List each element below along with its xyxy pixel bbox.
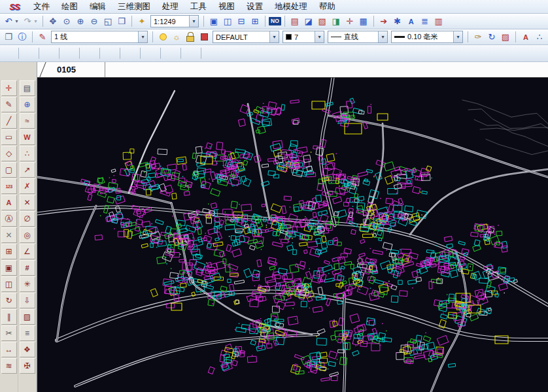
symbol-library-icon[interactable]: ▤ bbox=[288, 15, 301, 28]
menu-view[interactable]: 视图 bbox=[213, 0, 241, 14]
zoom-in-icon[interactable]: ⊕ bbox=[74, 15, 87, 28]
cross-tool-icon[interactable]: ✗ bbox=[20, 178, 35, 194]
zoom-window-icon[interactable]: ◱ bbox=[101, 15, 114, 28]
point-style-icon[interactable]: ∴ bbox=[533, 31, 546, 44]
star-tool-icon[interactable]: ✳ bbox=[20, 276, 35, 292]
menu-residential[interactable] bbox=[103, 47, 116, 60]
layer-on-icon[interactable] bbox=[156, 31, 169, 44]
text-ab-icon[interactable]: A bbox=[405, 15, 418, 28]
rect-tool-icon[interactable]: ▭ bbox=[1, 129, 17, 145]
undo-dropdown-icon[interactable]: ▾ bbox=[14, 15, 20, 28]
list-tool-icon[interactable]: ≡ bbox=[20, 325, 35, 341]
menu-platform-common[interactable] bbox=[43, 47, 56, 60]
vector-tool-icon[interactable]: ↗ bbox=[20, 162, 35, 178]
layer-freeze-icon[interactable]: ☼ bbox=[170, 31, 183, 44]
w-tool-icon[interactable]: W bbox=[20, 129, 35, 145]
viewport-4-icon[interactable]: ⊞ bbox=[248, 15, 262, 28]
text-style-icon[interactable]: A bbox=[519, 31, 532, 44]
paste-tool-icon[interactable]: ▤ bbox=[20, 80, 35, 96]
symbol-manager-icon[interactable]: ✎ bbox=[36, 31, 49, 44]
sketch-tool-icon[interactable]: ✎ bbox=[1, 97, 17, 112]
label-tool-icon[interactable]: Ⓐ bbox=[1, 211, 17, 227]
export-icon[interactable]: ➔ bbox=[377, 15, 390, 28]
angle-tool-icon[interactable]: ∠ bbox=[20, 244, 35, 259]
target-tool-icon[interactable]: ◎ bbox=[20, 227, 35, 243]
annotation-draw-icon[interactable]: ▧ bbox=[316, 15, 329, 28]
linetype-combo[interactable]: 直线▾ bbox=[328, 31, 388, 43]
mirror-tool-icon[interactable]: ◫ bbox=[1, 276, 17, 292]
redo-dropdown-icon[interactable]: ▾ bbox=[33, 15, 39, 28]
hatch-tool-icon[interactable]: ▨ bbox=[20, 309, 35, 325]
zoom-extents-icon[interactable]: ❒ bbox=[115, 15, 128, 28]
viewport-2-icon[interactable]: ◫ bbox=[221, 15, 234, 28]
list-view-icon[interactable]: ≣ bbox=[419, 15, 432, 28]
symbol-combo[interactable]: 1 线▾ bbox=[51, 31, 148, 43]
match-properties-icon[interactable]: ✑ bbox=[471, 31, 485, 44]
world-tool-icon[interactable]: ⊕ bbox=[20, 97, 35, 112]
node-delete-tool-icon[interactable]: ✕ bbox=[20, 195, 35, 210]
coordinate-grid-icon[interactable]: ◪ bbox=[302, 15, 315, 28]
drawing-canvas[interactable] bbox=[37, 78, 548, 392]
zoom-out-icon[interactable]: ⊖ bbox=[88, 15, 101, 28]
arrow-down-tool-icon[interactable]: ⇩ bbox=[20, 293, 35, 308]
viewport-3-icon[interactable]: ⊟ bbox=[235, 15, 248, 28]
layer-lock-icon[interactable] bbox=[184, 31, 197, 44]
anchor-tool-icon[interactable]: ✠ bbox=[20, 358, 35, 374]
osnap-icon[interactable]: ✛ bbox=[343, 15, 356, 28]
points-tool-icon[interactable]: ∴ bbox=[20, 146, 35, 161]
menu-water-system[interactable] bbox=[83, 47, 96, 60]
null-tool-icon[interactable]: ∅ bbox=[20, 211, 35, 227]
layer-color-icon[interactable] bbox=[197, 31, 211, 44]
undo-icon[interactable]: ↶ bbox=[2, 15, 15, 28]
menu-3d-mapping[interactable]: 三维测图 bbox=[112, 0, 156, 14]
diamond-tool-icon[interactable]: ❖ bbox=[20, 342, 35, 357]
named-view-icon[interactable]: ✦ bbox=[135, 15, 148, 28]
menu-terrain-model[interactable]: 地模处理 bbox=[269, 0, 313, 14]
dimension-tool-icon[interactable]: 123 bbox=[1, 178, 17, 194]
array-tool-icon[interactable]: ⊞ bbox=[1, 244, 17, 259]
viewport-1-icon[interactable]: ▣ bbox=[207, 15, 220, 28]
polygon-tool-icon[interactable]: ◇ bbox=[1, 146, 17, 161]
copy-tool-icon[interactable]: ▣ bbox=[1, 260, 17, 276]
measure-tool-icon[interactable]: ≋ bbox=[1, 358, 17, 374]
erase-tool-icon[interactable]: ✕ bbox=[1, 227, 17, 243]
scale-combo[interactable]: 1:1249▾ bbox=[150, 15, 199, 27]
menu-file[interactable]: 文件 bbox=[27, 0, 56, 14]
grid-tool-icon[interactable]: # bbox=[20, 260, 35, 276]
menu-data-convert[interactable] bbox=[2, 47, 15, 60]
color-combo[interactable]: 7▾ bbox=[283, 31, 324, 43]
line-tool-icon[interactable]: ╱ bbox=[1, 113, 17, 129]
menu-data-check[interactable] bbox=[22, 47, 35, 60]
stretch-tool-icon[interactable]: ↔ bbox=[1, 342, 17, 357]
pan-icon[interactable]: ✥ bbox=[46, 15, 60, 28]
rotate-tool-icon[interactable]: ↻ bbox=[1, 293, 17, 308]
menu-landform[interactable] bbox=[184, 47, 197, 60]
hatch-icon[interactable]: ▨ bbox=[499, 31, 512, 44]
menu-edit[interactable]: 编辑 bbox=[84, 0, 112, 14]
table-draw-icon[interactable]: ▦ bbox=[357, 15, 370, 28]
no-plot-badge[interactable]: NO bbox=[269, 17, 281, 25]
lineweight-combo[interactable]: 0.10 毫米▾ bbox=[391, 31, 463, 43]
menu-vegetation[interactable] bbox=[205, 47, 218, 60]
menu-pipelines[interactable] bbox=[144, 47, 157, 60]
raster-image-icon[interactable]: ◨ bbox=[330, 15, 343, 28]
menu-process[interactable]: 处理 bbox=[156, 0, 184, 14]
layer-combo[interactable]: DEFAULT▾ bbox=[213, 31, 279, 43]
move-tool-icon[interactable]: ✛ bbox=[1, 80, 17, 96]
text-tool-icon[interactable]: A bbox=[1, 195, 17, 210]
plot-settings-icon[interactable]: ✱ bbox=[391, 15, 404, 28]
tab-drawing[interactable]: 0105 bbox=[43, 62, 105, 77]
menu-tools[interactable]: 工具 bbox=[184, 0, 213, 14]
offset-tool-icon[interactable]: ∥ bbox=[1, 309, 17, 325]
clip-icon[interactable]: ▥ bbox=[432, 15, 445, 28]
menu-draw[interactable]: 绘图 bbox=[56, 0, 84, 14]
menu-help[interactable]: 帮助 bbox=[313, 0, 341, 14]
info-icon[interactable]: ⓘ bbox=[16, 31, 29, 44]
redo-icon[interactable]: ↷ bbox=[21, 15, 34, 28]
menu-transportation[interactable] bbox=[124, 47, 137, 60]
menu-survey-control-points[interactable] bbox=[63, 47, 76, 60]
trim-tool-icon[interactable]: ✂ bbox=[1, 325, 17, 341]
dashed-rect-tool-icon[interactable]: ▢ bbox=[1, 162, 17, 178]
regen-icon[interactable]: ↻ bbox=[485, 31, 498, 44]
zoom-realtime-icon[interactable]: ⊙ bbox=[60, 15, 73, 28]
